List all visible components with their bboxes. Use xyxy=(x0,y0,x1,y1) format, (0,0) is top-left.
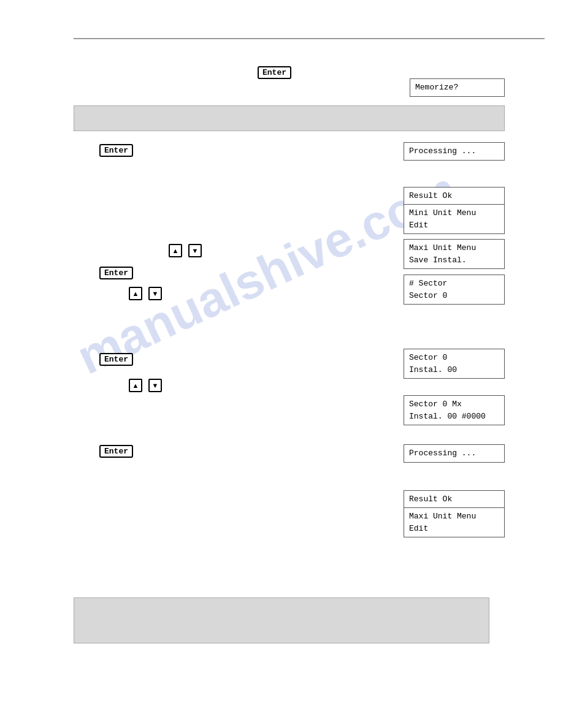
enter1-container: Enter xyxy=(99,144,133,157)
result-ok2-box: Result Ok xyxy=(404,490,505,509)
top-enter-button[interactable]: Enter xyxy=(258,66,291,79)
page-container: manualshive.com Enter Memorize? Enter Pr… xyxy=(0,0,563,728)
enter1-button[interactable]: Enter xyxy=(99,144,133,157)
maxi-unit1-text: Maxi Unit Menu Save Instal. xyxy=(409,243,476,265)
enter2-button[interactable]: Enter xyxy=(99,267,133,279)
enter2-container: Enter xyxy=(99,267,133,279)
result-ok1-box: Result Ok xyxy=(404,187,505,205)
memorize-text: Memorize? xyxy=(415,83,458,92)
sector-mx-text: Sector 0 Mx Instal. 00 #0000 xyxy=(409,400,486,421)
arrow-down1-button[interactable]: ▼ xyxy=(188,244,202,257)
sector0-box: # Sector Sector 0 xyxy=(404,275,505,305)
processing2-text: Processing ... xyxy=(409,449,476,458)
sector-instal-text: Sector 0 Instal. 00 xyxy=(409,353,457,374)
arrow-row3: ▲ ▼ xyxy=(128,379,163,392)
arrow-up1-button[interactable]: ▲ xyxy=(169,244,182,257)
arrow-down2-button[interactable]: ▼ xyxy=(148,287,162,300)
processing1-box: Processing ... xyxy=(404,142,505,161)
result-ok2-text: Result Ok xyxy=(409,495,452,504)
maxi-unit2-text: Maxi Unit Menu Edit xyxy=(409,512,476,533)
arrow-down3-button[interactable]: ▼ xyxy=(148,379,162,392)
maxi-unit1-box: Maxi Unit Menu Save Instal. xyxy=(404,239,505,269)
arrow-row2: ▲ ▼ xyxy=(128,287,163,300)
sector-mx-box: Sector 0 Mx Instal. 00 #0000 xyxy=(404,395,505,425)
processing2-box: Processing ... xyxy=(404,444,505,463)
arrow-up3-button[interactable]: ▲ xyxy=(129,379,142,392)
mini-unit-text: Mini Unit Menu Edit xyxy=(409,208,476,230)
enter4-container: Enter xyxy=(99,445,133,458)
top-enter-container: Enter xyxy=(258,66,291,79)
top-rule xyxy=(74,38,545,39)
mini-unit-box: Mini Unit Menu Edit xyxy=(404,204,505,234)
enter3-container: Enter xyxy=(99,353,133,366)
enter4-button[interactable]: Enter xyxy=(99,445,133,458)
result-ok1-text: Result Ok xyxy=(409,191,452,200)
processing1-text: Processing ... xyxy=(409,146,476,156)
sector0-text: # Sector Sector 0 xyxy=(409,279,447,300)
sector-instal-box: Sector 0 Instal. 00 xyxy=(404,349,505,379)
gray-banner-top xyxy=(74,105,505,131)
enter3-button[interactable]: Enter xyxy=(99,353,133,366)
arrow-up2-button[interactable]: ▲ xyxy=(129,287,142,300)
memorize-box: Memorize? xyxy=(410,78,505,97)
maxi-unit2-box: Maxi Unit Menu Edit xyxy=(404,507,505,537)
gray-banner-bottom xyxy=(74,597,489,643)
arrow-row1: ▲ ▼ xyxy=(167,244,203,257)
